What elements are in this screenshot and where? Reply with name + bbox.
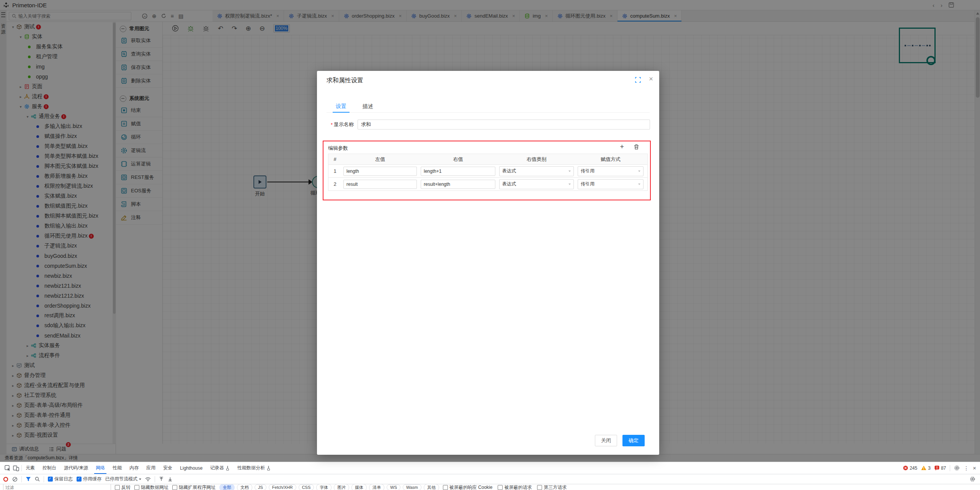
row-2-left-input[interactable] <box>343 180 417 189</box>
devtools-tab-网络[interactable]: 网络 <box>92 462 109 474</box>
record-network-icon[interactable] <box>3 477 8 482</box>
devtools-tab-label: 源代码/来源 <box>64 465 88 471</box>
filter-pill-JS[interactable]: JS <box>255 484 266 490</box>
devtools-tab-label: 网络 <box>96 465 105 471</box>
row-1-mode-select[interactable]: 传引用 <box>578 166 644 176</box>
network-settings-icon[interactable] <box>970 476 975 482</box>
dialog-tab-描述[interactable]: 描述 <box>361 101 375 112</box>
devtools-close-icon[interactable]: × <box>973 465 976 471</box>
filter-checkbox-1[interactable]: 被屏蔽的响应 Cookie <box>443 484 493 490</box>
devtools-tab-label: Lighthouse <box>180 465 203 471</box>
filter-pill-其他[interactable]: 其他 <box>424 484 439 490</box>
chevron-down-icon <box>568 170 571 172</box>
param-row: 2表达式传引用 <box>328 178 647 191</box>
chevron-down-icon <box>638 170 640 172</box>
filter-pill-全部[interactable]: 全部 <box>219 484 235 490</box>
devtools-tab-元素[interactable]: 元素 <box>22 462 39 474</box>
checkbox-label: 被屏蔽的请求 <box>504 484 532 490</box>
issues-count[interactable]: 87 <box>934 465 946 471</box>
chevron-down-icon <box>638 184 640 185</box>
filter-checkbox-2[interactable]: 被屏蔽的请求 <box>498 484 532 490</box>
filter-pill-图片[interactable]: 图片 <box>334 484 349 490</box>
devtools-panel: 元素控制台源代码/来源网络性能内存应用安全Lighthouse记录器性能数据分析… <box>0 462 980 490</box>
filter-pill-Wasm[interactable]: Wasm <box>403 484 421 490</box>
error-count[interactable]: 245 <box>903 465 917 471</box>
device-toolbar-icon[interactable] <box>13 465 19 471</box>
filter-pill-媒体[interactable]: 媒体 <box>351 484 367 490</box>
close-button[interactable]: 关闭 <box>595 435 617 446</box>
filter-pill-CSS[interactable]: CSS <box>299 484 314 490</box>
row-2-type-select[interactable]: 表达式 <box>499 179 574 189</box>
filter-checkbox-3[interactable]: 第三方请求 <box>537 484 567 490</box>
inspect-element-icon[interactable] <box>5 465 11 471</box>
devtools-tab-安全[interactable]: 安全 <box>159 462 176 474</box>
devtools-tab-label: 内存 <box>129 465 139 471</box>
devtools-tab-label: 应用 <box>146 465 155 471</box>
row-2-mode-select[interactable]: 传引用 <box>578 179 644 189</box>
preserve-log-checkbox[interactable]: 保留日志 <box>48 476 73 482</box>
checkbox-label: 被屏蔽的响应 Cookie <box>449 484 493 490</box>
import-har-icon[interactable] <box>159 477 164 482</box>
params-table: #左值右值右值类别赋值方式1表达式传引用2表达式传引用 <box>328 154 648 191</box>
row-2-right-input[interactable] <box>421 180 495 189</box>
search-network-icon[interactable] <box>35 477 40 482</box>
ok-button[interactable]: 确定 <box>622 435 645 446</box>
dialog-footer: 关闭 确定 <box>595 435 645 446</box>
row-1-type-select[interactable]: 表达式 <box>499 166 574 176</box>
devtools-tab-Lighthouse[interactable]: Lighthouse <box>176 462 206 474</box>
hide-extension-urls-checkbox[interactable]: 隐藏扩展程序网址 <box>172 484 216 490</box>
sum-properties-dialog: 求和属性设置 × 设置描述 * 显示名称 编辑参数 + #左值右值右值类别赋值方… <box>317 71 659 455</box>
checkbox-icon <box>443 485 448 490</box>
add-param-icon[interactable]: + <box>620 143 624 151</box>
devtools-tab-label: 性能数据分析 <box>237 465 265 471</box>
devtools-tab-内存[interactable]: 内存 <box>126 462 142 474</box>
table-header-row: #左值右值右值类别赋值方式 <box>328 154 647 165</box>
dialog-title: 求和属性设置 <box>327 77 363 85</box>
close-icon[interactable]: × <box>649 75 653 83</box>
devtools-settings-icon[interactable] <box>954 465 960 471</box>
network-toolbar: 保留日志 停用缓存 已停用节流模式 <box>0 474 980 484</box>
network-filter-input[interactable] <box>3 484 111 490</box>
devtools-tab-性能[interactable]: 性能 <box>109 462 126 474</box>
fullscreen-icon[interactable] <box>635 77 641 83</box>
filter-icon[interactable] <box>26 477 31 482</box>
selected-value: 表达式 <box>502 168 516 174</box>
row-index: 2 <box>328 181 341 187</box>
filter-pill-清单[interactable]: 清单 <box>369 484 384 490</box>
display-name-row: * 显示名称 <box>331 119 650 130</box>
invert-checkbox[interactable]: 反转 <box>115 484 131 490</box>
filter-pill-Fetch/XHR[interactable]: Fetch/XHR <box>269 484 296 490</box>
devtools-tab-记录器[interactable]: 记录器 <box>206 462 234 474</box>
clear-network-icon[interactable] <box>12 477 18 482</box>
edit-params-label: 编辑参数 <box>328 145 348 152</box>
warning-count[interactable]: 3 <box>921 465 931 471</box>
hide-data-urls-checkbox[interactable]: 隐藏数据网址 <box>134 484 168 490</box>
flask-icon <box>225 466 230 470</box>
devtools-tab-label: 元素 <box>26 465 35 471</box>
export-har-icon[interactable] <box>168 477 173 482</box>
filter-pill-文档[interactable]: 文档 <box>237 484 252 490</box>
blocked-request-checkboxes: 被屏蔽的响应 Cookie被屏蔽的请求第三方请求 <box>443 484 567 490</box>
row-1-right-input[interactable] <box>421 167 495 176</box>
disable-cache-checkbox[interactable]: 停用缓存 <box>77 476 101 482</box>
devtools-tab-源代码/来源[interactable]: 源代码/来源 <box>60 462 92 474</box>
issues-icon <box>934 465 939 470</box>
devtools-tab-性能数据分析[interactable]: 性能数据分析 <box>234 462 274 474</box>
network-filter-bar: 反转 隐藏数据网址 隐藏扩展程序网址 全部文档JSFetch/XHRCSS字体图… <box>0 484 980 490</box>
devtools-status-icons: 245 3 87 ⋮ × <box>903 465 976 471</box>
dialog-tab-设置[interactable]: 设置 <box>334 101 348 112</box>
display-name-input[interactable] <box>358 120 650 129</box>
delete-param-icon[interactable] <box>634 144 639 150</box>
edit-params-highlight-box: 编辑参数 + #左值右值右值类别赋值方式1表达式传引用2表达式传引用 <box>323 141 651 200</box>
devtools-tab-应用[interactable]: 应用 <box>142 462 159 474</box>
network-conditions-icon[interactable] <box>145 477 151 482</box>
filter-pill-字体[interactable]: 字体 <box>316 484 332 490</box>
column-header: 左值 <box>341 156 419 163</box>
request-type-pills: 全部文档JSFetch/XHRCSS字体图片媒体清单WSWasm其他 <box>219 484 439 490</box>
devtools-menu-icon[interactable]: ⋮ <box>964 465 969 471</box>
throttling-select[interactable]: 已停用节流模式 <box>105 476 141 482</box>
checkbox-icon <box>537 485 542 490</box>
filter-pill-WS[interactable]: WS <box>387 484 400 490</box>
row-1-left-input[interactable] <box>343 167 417 176</box>
devtools-tab-控制台[interactable]: 控制台 <box>39 462 60 474</box>
